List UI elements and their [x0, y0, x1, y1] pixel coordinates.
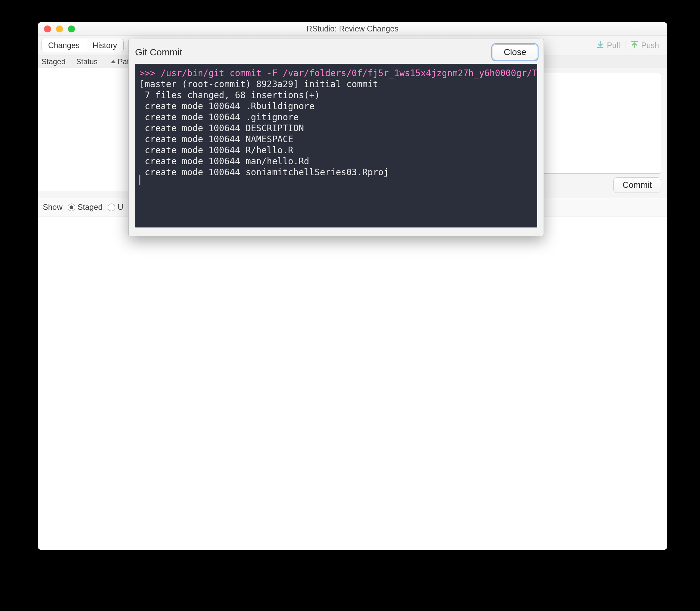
terminal-line: create mode 100644 .Rbuildignore	[140, 101, 315, 111]
terminal-cursor-icon	[140, 175, 141, 185]
terminal-line: create mode 100644 NAMESPACE	[140, 134, 293, 145]
push-button[interactable]: Push	[626, 39, 663, 52]
git-commit-modal: Git Commit Close >>> /usr/bin/git commit…	[128, 39, 544, 236]
radio-unstaged[interactable]: U	[108, 203, 123, 212]
push-label: Push	[641, 41, 659, 50]
terminal-line: create mode 100644 soniamitchellSeries03…	[140, 167, 389, 177]
terminal-command: >>> /usr/bin/git commit -F /var/folders/…	[140, 68, 537, 78]
view-segmented-control: Changes History	[42, 39, 124, 52]
modal-title: Git Commit	[135, 47, 182, 58]
terminal-line: [master (root-commit) 8923a29] initial c…	[140, 79, 378, 89]
commit-button[interactable]: Commit	[613, 177, 661, 193]
col-status[interactable]: Status	[72, 55, 107, 68]
terminal-line: create mode 100644 man/hello.Rd	[140, 156, 309, 166]
terminal-output[interactable]: >>> /usr/bin/git commit -F /var/folders/…	[135, 64, 537, 227]
radio-staged[interactable]: Staged	[68, 203, 103, 212]
terminal-line: 7 files changed, 68 insertions(+)	[140, 90, 320, 100]
file-list[interactable]	[38, 68, 129, 191]
push-icon	[630, 41, 639, 51]
pull-label: Pull	[607, 41, 620, 50]
radio-unstaged-label: U	[118, 203, 123, 212]
radio-selected-icon	[68, 204, 75, 211]
diff-viewer[interactable]	[38, 217, 667, 550]
pull-icon	[596, 41, 604, 51]
titlebar: RStudio: Review Changes	[38, 22, 667, 36]
window-title: RStudio: Review Changes	[38, 24, 667, 33]
col-staged[interactable]: Staged	[38, 55, 72, 68]
col-path-label: Pat	[118, 57, 129, 66]
toolbar-separator	[625, 41, 625, 50]
show-label: Show	[43, 203, 63, 212]
window-minimize-icon[interactable]	[56, 26, 63, 32]
sort-ascending-icon	[111, 60, 116, 63]
traffic-lights	[38, 26, 75, 32]
radio-staged-label: Staged	[78, 203, 103, 212]
window-close-icon[interactable]	[44, 26, 51, 32]
modal-header: Git Commit Close	[135, 44, 537, 60]
terminal-line: create mode 100644 R/hello.R	[140, 145, 293, 155]
terminal-line: create mode 100644 .gitignore	[140, 112, 299, 122]
tab-changes[interactable]: Changes	[42, 39, 86, 52]
tab-history[interactable]: History	[86, 39, 123, 52]
terminal-line: create mode 100644 DESCRIPTION	[140, 123, 304, 133]
pull-button[interactable]: Pull	[592, 39, 625, 52]
close-button[interactable]: Close	[493, 44, 537, 60]
window-zoom-icon[interactable]	[68, 26, 75, 32]
radio-unselected-icon	[108, 204, 115, 211]
